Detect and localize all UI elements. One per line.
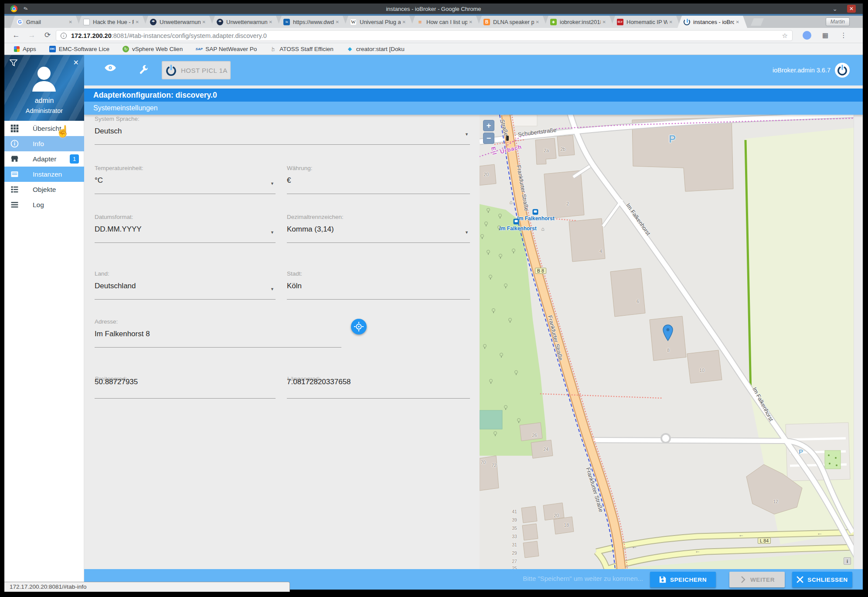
eye-icon[interactable] bbox=[105, 65, 116, 76]
field-system-language[interactable]: System Sprache: Deutsch ▼ bbox=[95, 116, 470, 146]
field-currency[interactable]: Währung: € bbox=[287, 165, 470, 195]
map-zoom-in-button[interactable]: + bbox=[483, 120, 494, 131]
scrollbar-track[interactable] bbox=[854, 115, 863, 569]
tab-close-icon[interactable]: ✕ bbox=[736, 20, 739, 24]
tab-title: Hack the Hue - Ro bbox=[93, 19, 134, 25]
tab-close-icon[interactable]: ✕ bbox=[469, 20, 473, 24]
browser-tab[interactable]: Universal Plug an✕ bbox=[344, 16, 414, 28]
chevron-right-icon bbox=[739, 576, 746, 583]
chevron-down-icon[interactable]: ⌄ bbox=[832, 5, 837, 12]
info-icon bbox=[10, 140, 26, 148]
tab-close-icon[interactable]: ✕ bbox=[402, 20, 406, 24]
field-longitude[interactable]: Längengrad: 7.08172820337658 bbox=[287, 369, 470, 400]
tab-close-icon[interactable]: ✕ bbox=[602, 20, 606, 24]
sidebar-item-log[interactable]: Log bbox=[4, 197, 84, 212]
close-button[interactable]: SCHLIESSEN bbox=[792, 572, 852, 587]
field-latitude[interactable]: Breitengrad: 50.88727935 bbox=[95, 369, 276, 400]
bookmark-label: EMC-Software Lice bbox=[59, 46, 109, 52]
tab-title: Homematic IP Wa bbox=[626, 19, 667, 25]
browser-menu-icon[interactable]: ⋮ bbox=[839, 31, 848, 40]
field-temperature-unit[interactable]: Temperatureinheit: °C ▼ bbox=[95, 165, 276, 195]
browser-tab[interactable]: DLNA speaker pla✕ bbox=[477, 16, 547, 28]
atoss-icon bbox=[270, 46, 276, 52]
tab-close-icon[interactable]: ✕ bbox=[269, 20, 272, 24]
sidebar-item-adapter[interactable]: Adapter1 bbox=[4, 151, 84, 167]
bookmark-item[interactable]: creator:start [Doku bbox=[347, 46, 405, 52]
new-tab-button[interactable] bbox=[751, 18, 764, 26]
field-underline bbox=[95, 347, 341, 348]
window-close-button[interactable]: ✕ bbox=[847, 5, 856, 13]
field-city[interactable]: Stadt: Köln bbox=[287, 270, 470, 301]
wrench-icon[interactable] bbox=[139, 65, 149, 75]
back-button[interactable]: ← bbox=[11, 31, 21, 40]
browser-tab[interactable]: iobroker:inst2018✕ bbox=[544, 16, 614, 28]
mouse-cursor-icon: ☝ bbox=[56, 125, 70, 138]
sidebar-close-icon[interactable]: ✕ bbox=[73, 58, 79, 67]
tab-close-icon[interactable]: ✕ bbox=[69, 20, 72, 24]
browser-tab[interactable]: Homematic IP Wa✕ bbox=[611, 16, 681, 28]
filter-funnel-icon[interactable] bbox=[10, 59, 17, 68]
tab-close-icon[interactable]: ✕ bbox=[536, 20, 539, 24]
tab-close-icon[interactable]: ✕ bbox=[669, 20, 673, 24]
bookmark-item[interactable]: vSphere Web Clien bbox=[123, 46, 183, 52]
apps-shortcut[interactable]: Apps bbox=[14, 46, 36, 52]
tab-close-icon[interactable]: ✕ bbox=[336, 20, 339, 24]
browser-tab[interactable]: Unwetterwarnung✕ bbox=[144, 16, 214, 28]
next-button[interactable]: WEITER bbox=[729, 572, 785, 587]
browser-tab[interactable]: How can I list upn✕ bbox=[411, 16, 480, 28]
page-info-icon[interactable]: i bbox=[61, 33, 67, 39]
host-button[interactable]: HOST PICL 1A bbox=[162, 61, 231, 79]
browser-tab[interactable]: Unwetterwarnung✕ bbox=[211, 16, 280, 28]
sidebar-item-info[interactable]: Info bbox=[4, 136, 84, 151]
window-titlebar[interactable]: ✏ instances - ioBroker - Google Chrome ⌄… bbox=[4, 3, 863, 14]
browser-tab[interactable]: Gmail✕ bbox=[10, 16, 80, 28]
url-text: 172.17.200.20:8081/#tab-instances/config… bbox=[71, 32, 267, 39]
forward-button[interactable]: → bbox=[27, 31, 37, 40]
tab-strip: Gmail✕Hack the Hue - Ro✕Unwetterwarnung✕… bbox=[4, 16, 863, 28]
tab-close-icon[interactable]: ✕ bbox=[202, 20, 206, 24]
sidebar-item-objekte[interactable]: Objekte bbox=[4, 182, 84, 197]
browser-tab[interactable]: Hack the Hue - Ro✕ bbox=[77, 16, 147, 28]
locate-on-map-button[interactable] bbox=[351, 319, 367, 334]
bookmark-item[interactable]: EMC-Software Lice bbox=[49, 46, 109, 52]
sidebar-item-label: Instanzen bbox=[33, 171, 62, 178]
tab-close-icon[interactable]: ✕ bbox=[136, 20, 139, 24]
extension-icon[interactable] bbox=[803, 31, 811, 40]
reload-button[interactable]: ⟳ bbox=[43, 31, 52, 40]
field-decimal-separator[interactable]: Dezimaltrennzeichen: Komma (3,14) ▼ bbox=[287, 214, 470, 244]
apps-grid-icon[interactable]: ▦ bbox=[821, 31, 830, 40]
bookmark-item[interactable]: SAP NetWeaver Po bbox=[196, 46, 257, 52]
crosshair-icon bbox=[354, 322, 364, 331]
save-button[interactable]: SPEICHERN bbox=[650, 572, 716, 587]
field-underline bbox=[287, 398, 470, 399]
field-underline bbox=[95, 398, 276, 399]
bookmark-label: vSphere Web Clien bbox=[132, 46, 183, 52]
dropdown-arrow-icon: ▼ bbox=[270, 230, 274, 235]
warnwetter-icon bbox=[217, 19, 223, 25]
field-date-format[interactable]: Datumsformat: DD.MM.YYYY ▼ bbox=[95, 214, 276, 244]
settings-form: System Sprache: Deutsch ▼ Temperatureinh… bbox=[84, 115, 480, 569]
field-underline bbox=[287, 299, 470, 300]
browser-tab[interactable]: instances - ioBrok✕ bbox=[677, 16, 747, 28]
apps-grid-icon bbox=[14, 46, 20, 52]
field-address[interactable]: Adresse: Im Falkenhorst 8 bbox=[95, 318, 341, 349]
field-underline bbox=[287, 242, 470, 243]
profile-name[interactable]: Martin bbox=[826, 17, 850, 26]
bookmark-star-icon[interactable]: ☆ bbox=[782, 32, 788, 40]
dropdown-arrow-icon: ▼ bbox=[465, 230, 469, 235]
map-zoom-out-button[interactable]: − bbox=[483, 133, 494, 144]
bookmark-item[interactable]: ATOSS Staff Efficien bbox=[270, 46, 334, 52]
sidebar-item-bersicht[interactable]: Übersicht bbox=[4, 121, 84, 136]
map-attribution-icon[interactable]: i bbox=[844, 557, 851, 565]
sap-icon bbox=[196, 46, 202, 52]
field-underline bbox=[95, 299, 276, 300]
sidebar-item-instanzen[interactable]: Instanzen bbox=[4, 167, 84, 182]
iobroker-logo-icon bbox=[835, 63, 850, 78]
browser-tab[interactable]: https://www.dwd✕ bbox=[277, 16, 347, 28]
field-country[interactable]: Land: Deutschland ▼ bbox=[95, 270, 276, 301]
map[interactable]: SchubertstraßeStraßeFrankfurter StraßeFr… bbox=[480, 115, 854, 569]
url-bar[interactable]: i 172.17.200.20:8081/#tab-instances/conf… bbox=[56, 30, 793, 41]
log-icon bbox=[10, 201, 26, 209]
grid-icon bbox=[10, 124, 26, 133]
adapter-icon bbox=[10, 155, 26, 163]
